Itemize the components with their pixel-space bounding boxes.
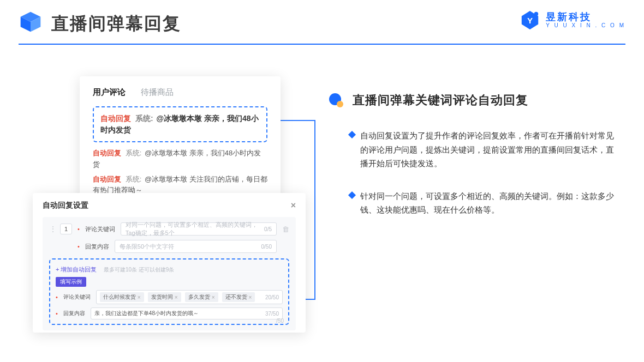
auto-reply-badge: 自动回复	[100, 114, 131, 123]
ghost-counter: /50	[276, 318, 284, 324]
tag-remove-icon[interactable]: ×	[138, 294, 141, 300]
tag-remove-icon[interactable]: ×	[249, 294, 252, 300]
tag-chip[interactable]: 多久发货×	[185, 292, 218, 302]
bullet-diamond-icon	[348, 131, 356, 138]
trash-icon[interactable]: 🗑	[282, 225, 289, 233]
brand-logo-icon: Y	[520, 10, 540, 31]
example-keyword-counter: 20/50	[265, 294, 279, 300]
keyword-counter: 0/5	[264, 226, 272, 232]
tag-remove-icon[interactable]: ×	[212, 294, 215, 300]
cube-icon	[19, 10, 43, 34]
comments-card: 用户评论 待播商品 自动回复 系统: @冰墩墩本墩 亲亲，我们48小时内发货 自…	[80, 76, 281, 203]
svg-text:Y: Y	[527, 16, 533, 25]
header-divider	[19, 44, 625, 45]
svg-point-6	[337, 101, 343, 107]
svg-point-4	[534, 12, 539, 16]
content-input[interactable]: 每条限50个中文字符 0/50	[115, 240, 277, 253]
keyword-input[interactable]: 对同一个问题，可设置多个相近、高频的关键词，Tag确定，最多5个 0/5	[121, 222, 277, 236]
tab-user-comments[interactable]: 用户评论	[93, 87, 126, 98]
content-placeholder: 每条限50个中文字符	[120, 243, 174, 251]
system-label: 系统:	[126, 175, 142, 183]
tag-remove-icon[interactable]: ×	[175, 294, 178, 300]
reply-line: 自动回复 系统: @冰墩墩本墩 亲亲，我们48小时内发货	[93, 148, 267, 171]
tag-chip[interactable]: 发货时间×	[148, 292, 181, 302]
bullet-text: 自动回复设置为了提升作者的评论回复效率，作者可在开播前针对常见的评论用户问题，提…	[360, 129, 617, 171]
page-title: 直播间弹幕回复	[51, 12, 181, 36]
example-keyword-label: 评论关键词	[63, 293, 91, 301]
auto-reply-badge: 自动回复	[93, 149, 121, 157]
example-keyword-input[interactable]: 什么时候发货× 发货时间× 多久发货× 还不发货× 20/50	[96, 290, 283, 304]
brand-block: Y 昱新科技 Y U U X I N . C O M	[520, 10, 625, 31]
content-counter: 0/50	[261, 244, 272, 250]
required-dot: •	[77, 243, 80, 250]
example-content-value: 亲，我们这边都是下单48小时内发货的哦～	[94, 310, 199, 317]
bullet-text: 针对同一个问题，可设置多个相近的、高频的关键词。例如：这款多少钱、这块能优惠吗、…	[360, 189, 617, 217]
order-number: 1	[60, 224, 72, 234]
brand-name-en: Y U U X I N . C O M	[546, 23, 625, 28]
settings-card: 自动回复设置 × ⋮⋮ 1 • 评论关键词 对同一个问题，可设置多个相近、高频的…	[33, 193, 306, 333]
tab-pending-products[interactable]: 待播商品	[141, 87, 174, 98]
system-label: 系统:	[135, 114, 153, 123]
chat-bubble-icon	[327, 92, 345, 109]
example-content-counter: 37/50	[265, 311, 279, 317]
connector-line	[314, 120, 315, 300]
topic-title: 直播间弹幕关键词评论自动回复	[353, 92, 528, 108]
connector-line	[279, 120, 315, 121]
example-content-input[interactable]: 亲，我们这边都是下单48小时内发货的哦～ 37/50	[91, 307, 283, 319]
add-auto-reply-link[interactable]: + 增加自动回复	[56, 266, 97, 273]
example-badge: 填写示例	[56, 277, 86, 287]
keyword-label: 评论关键词	[85, 225, 115, 233]
brand-name-cn: 昱新科技	[546, 12, 625, 22]
highlighted-reply: 自动回复 系统: @冰墩墩本墩 亲亲，我们48小时内发货	[93, 106, 267, 142]
bullet-diamond-icon	[348, 191, 356, 198]
drag-handle-icon[interactable]: ⋮⋮	[49, 225, 55, 233]
required-dot: •	[56, 294, 58, 300]
example-block: + 增加自动回复 最多可建10条 还可以创建9条 填写示例 • 评论关键词 什么…	[49, 258, 289, 325]
system-label: 系统:	[126, 149, 142, 157]
required-dot: •	[77, 226, 80, 232]
auto-reply-badge: 自动回复	[93, 175, 121, 183]
required-dot: •	[56, 310, 58, 317]
close-icon[interactable]: ×	[291, 201, 296, 210]
example-content-label: 回复内容	[63, 310, 85, 317]
tag-chip[interactable]: 还不发货×	[222, 292, 255, 302]
tag-chip[interactable]: 什么时候发货×	[100, 292, 144, 302]
keyword-placeholder: 对同一个问题，可设置多个相近、高频的关键词，Tag确定，最多5个	[126, 221, 264, 237]
content-label: 回复内容	[85, 243, 109, 251]
settings-title: 自动回复设置	[43, 201, 88, 210]
add-hint: 最多可建10条 还可以创建9条	[104, 267, 174, 273]
